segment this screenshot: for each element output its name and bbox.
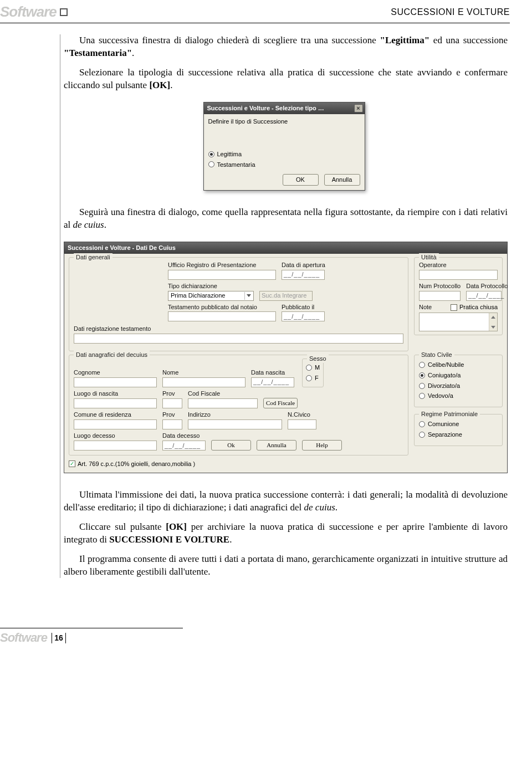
- cb-pratica-chiusa-label: Pratica chiusa: [459, 303, 498, 311]
- lbl-luogo-nascita: Luogo di nascita: [74, 390, 157, 398]
- select-tipo-value: Prima Dichiarazione: [171, 291, 225, 300]
- fs-regime: Regime Patrimoniale: [419, 410, 480, 418]
- lbl-ncivico: N.Civico: [288, 411, 316, 419]
- radio-separazione[interactable]: Separazione: [419, 431, 498, 439]
- radio-icon: [208, 161, 214, 167]
- lbl-ufficio: Ufficio Registro di Presentazione: [168, 261, 276, 269]
- scroll-up-icon[interactable]: [489, 313, 497, 321]
- input-dati-reg[interactable]: [74, 334, 403, 344]
- input-ncivico[interactable]: [288, 419, 316, 429]
- button-cod-fiscale[interactable]: Cod Fiscale: [263, 398, 298, 408]
- input-testamento[interactable]: [168, 311, 276, 321]
- ok-button[interactable]: OK: [283, 174, 319, 186]
- input-operatore[interactable]: [419, 270, 498, 280]
- lbl-dati-reg: Dati registazione testamento: [74, 325, 403, 333]
- button-suc-integrare: Suc.da Integrare: [259, 291, 313, 301]
- lbl-nome: Nome: [162, 368, 245, 377]
- radio-vedovo-label: Vedovo/a: [428, 392, 453, 400]
- radio-divorziato-label: Divorziato/a: [428, 382, 460, 390]
- checkbox-icon: [69, 460, 75, 467]
- scrollbar[interactable]: [489, 313, 497, 331]
- lbl-indirizzo: Indirizzo: [188, 411, 282, 419]
- close-icon[interactable]: ×: [354, 104, 363, 112]
- lbl-note: Note: [419, 303, 445, 311]
- input-comune-res[interactable]: [74, 419, 157, 429]
- textarea-note[interactable]: [419, 313, 498, 331]
- scroll-down-icon[interactable]: [489, 323, 497, 331]
- cb-art769-label: Art. 769 c.p.c.(10% gioielli, denaro,mob…: [78, 460, 195, 468]
- input-data-nascita[interactable]: __/__/____: [251, 377, 294, 387]
- header-title: SUCCESSIONI E VOLTURE: [391, 6, 510, 18]
- input-prov2[interactable]: [162, 419, 182, 429]
- radio-m-label: M: [315, 364, 320, 372]
- radio-icon: [306, 375, 312, 381]
- radio-icon: [419, 421, 425, 427]
- radio-coniugato-label: Coniugato/a: [428, 371, 461, 380]
- help-button[interactable]: Help: [302, 440, 342, 451]
- software-logo: Software: [0, 2, 57, 22]
- lbl-luogo-dec: Luogo decesso: [74, 432, 157, 440]
- input-pubblicato[interactable]: __/__/____: [282, 311, 325, 321]
- page-number: 16: [52, 633, 66, 643]
- lbl-cognome: Cognome: [74, 368, 157, 377]
- paragraph-2: Selezionare la tipologia di successione …: [60, 66, 508, 92]
- lbl-operatore: Operatore: [419, 261, 498, 269]
- input-luogo-nascita[interactable]: [74, 398, 157, 408]
- chevron-down-icon: [244, 292, 252, 300]
- paragraph-6: Il programma consente di avere tutti i d…: [60, 553, 508, 579]
- dialog2-titlebar[interactable]: Successioni e Volture - Dati De Cuius: [64, 242, 507, 254]
- ok-button[interactable]: Ok: [211, 440, 251, 451]
- cancel-button[interactable]: Annulla: [257, 440, 296, 451]
- dialog1-subtitle: Definire il tipo di Successione: [208, 117, 360, 126]
- radio-comunione-label: Comunione: [428, 420, 459, 428]
- radio-legittima[interactable]: Legittima: [208, 150, 360, 158]
- radio-celibe-label: Celibe/Nubile: [428, 361, 464, 369]
- lbl-testamento: Testamento pubblicato dal notaio: [168, 303, 276, 311]
- radio-divorziato[interactable]: Divorziato/a: [419, 382, 498, 390]
- select-tipo-dichiarazione[interactable]: Prima Dichiarazione: [168, 291, 254, 301]
- input-data-dec[interactable]: __/__/____: [162, 441, 206, 451]
- paragraph-1: Una successiva finestra di dialogo chied…: [60, 34, 508, 60]
- radio-icon: [419, 393, 425, 399]
- dialog1-titlebar[interactable]: Successioni e Volture - Selezione tipo ……: [204, 103, 365, 114]
- lbl-prov1: Prov: [162, 390, 182, 398]
- fs-utilita: Utilità: [419, 253, 439, 262]
- paragraph-4: Ultimata l'immissione dei dati, la nuova…: [60, 489, 508, 514]
- radio-sesso-f[interactable]: F: [306, 374, 320, 382]
- radio-sesso-m[interactable]: M: [306, 364, 320, 372]
- input-ufficio[interactable]: [168, 270, 276, 280]
- lbl-data-dec: Data decesso: [162, 432, 206, 440]
- input-cod-fisc[interactable]: [188, 398, 258, 408]
- radio-comunione[interactable]: Comunione: [419, 420, 498, 428]
- dialog2-title: Successioni e Volture - Dati De Cuius: [68, 244, 176, 252]
- lbl-comune-res: Comune di residenza: [74, 411, 157, 419]
- radio-celibe[interactable]: Celibe/Nubile: [419, 361, 498, 369]
- checkbox-pratica-chiusa[interactable]: Pratica chiusa: [451, 303, 498, 311]
- lbl-num-prot: Num Protocollo: [419, 282, 461, 290]
- input-nome[interactable]: [162, 377, 245, 387]
- cancel-button[interactable]: Annulla: [324, 174, 360, 186]
- input-indirizzo[interactable]: [188, 419, 282, 429]
- footer-logo: Software: [0, 629, 47, 646]
- lbl-data-prot: Data Protocollo: [466, 282, 508, 290]
- input-data-apertura[interactable]: __/__/____: [282, 270, 325, 280]
- input-cognome[interactable]: [74, 377, 157, 387]
- radio-legittima-label: Legittima: [217, 150, 242, 158]
- lbl-pubblicato: Pubblicato il: [282, 303, 325, 311]
- input-data-prot[interactable]: __/__/____: [466, 291, 502, 301]
- radio-coniugato[interactable]: Coniugato/a: [419, 371, 498, 380]
- input-luogo-dec[interactable]: [74, 441, 157, 451]
- radio-icon: [419, 432, 425, 438]
- input-prov1[interactable]: [162, 398, 182, 408]
- radio-icon: [419, 372, 425, 378]
- input-num-prot[interactable]: [419, 291, 461, 301]
- radio-testamentaria[interactable]: Testamentaria: [208, 161, 360, 169]
- radio-icon: [208, 151, 214, 157]
- radio-separazione-label: Separazione: [428, 431, 462, 439]
- radio-vedovo[interactable]: Vedovo/a: [419, 392, 498, 400]
- lbl-prov2: Prov: [162, 411, 182, 419]
- lbl-data-apertura: Data di apertura: [282, 261, 325, 269]
- dialog1-title: Successioni e Volture - Selezione tipo …: [207, 104, 324, 112]
- checkbox-art769[interactable]: Art. 769 c.p.c.(10% gioielli, denaro,mob…: [69, 460, 195, 468]
- fs-dati-generali: Dati generali: [74, 253, 112, 262]
